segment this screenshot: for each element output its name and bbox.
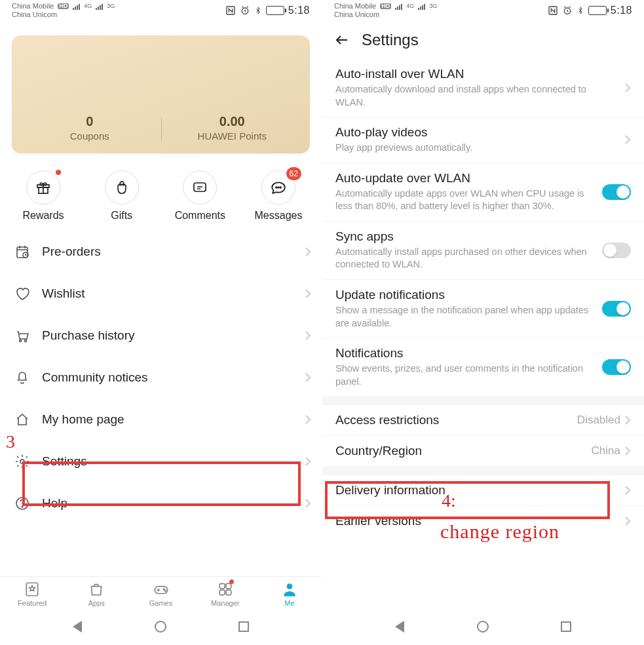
status-bar: China Mobile HD 4G 3G China Unicom 5:18 (0, 0, 322, 21)
tab-apps[interactable]: Apps (64, 581, 128, 607)
chevron-right-icon (624, 516, 631, 526)
nav-home[interactable] (155, 621, 166, 633)
tab-me[interactable]: Me (257, 581, 322, 607)
chevron-right-icon (305, 372, 311, 383)
me-screen: China Mobile HD 4G 3G China Unicom 5:18 … (0, 0, 322, 645)
comment-icon (192, 180, 208, 195)
setting-access-restrictions[interactable]: Access restrictions Disabled (322, 405, 644, 436)
svg-point-23 (287, 583, 293, 589)
setting-country-region[interactable]: Country/Region China (322, 436, 644, 466)
chevron-right-icon (624, 134, 631, 145)
toggle-notifications[interactable] (602, 359, 631, 375)
signal-icon (395, 3, 402, 10)
access-restrictions-value: Disabled (577, 414, 620, 427)
hd-badge: HD (380, 3, 391, 9)
nav-recent[interactable] (238, 621, 249, 632)
clock-time: 5:18 (288, 5, 310, 16)
calendar-icon (14, 244, 30, 260)
battery-icon (266, 6, 284, 15)
carrier-1: China Mobile (334, 3, 376, 10)
svg-point-18 (164, 590, 166, 591)
svg-rect-20 (226, 583, 231, 589)
comments-button[interactable]: Comments (171, 170, 229, 222)
chevron-right-icon (624, 415, 631, 425)
hd-badge: HD (58, 3, 69, 9)
bluetooth-icon (577, 5, 584, 16)
signal-icon (73, 3, 80, 10)
setting-auto-install-wlan[interactable]: Auto-install over WLAN Automatically dow… (322, 59, 644, 117)
nav-back[interactable] (73, 621, 82, 633)
svg-rect-21 (219, 590, 225, 595)
annotation-step-3: 3 (6, 431, 15, 452)
net-4g: 4G (406, 3, 414, 9)
messages-button[interactable]: 62 Messages (250, 170, 307, 222)
chevron-right-icon (305, 456, 311, 467)
net-3g: 3G (107, 3, 115, 9)
setting-auto-play-videos[interactable]: Auto-play videos Play app previews autom… (322, 117, 644, 163)
star-page-icon (24, 581, 41, 598)
tab-manager[interactable]: Manager (193, 581, 257, 607)
annotation-change-region: change region (440, 520, 559, 543)
cart-icon (14, 328, 30, 343)
svg-point-14 (22, 506, 23, 507)
tab-featured[interactable]: Featured (0, 581, 64, 607)
tab-games[interactable]: Games (128, 581, 193, 607)
nav-back[interactable] (395, 621, 404, 633)
menu-community-notices[interactable]: Community notices (0, 357, 322, 399)
setting-sync-apps[interactable]: Sync apps Automatically install apps pur… (322, 222, 644, 280)
android-nav-bar (322, 608, 644, 645)
nav-home[interactable] (477, 621, 489, 633)
svg-point-6 (278, 187, 279, 188)
android-nav-bar (0, 608, 322, 645)
menu-preorders[interactable]: Pre-orders (0, 231, 322, 273)
nfc-icon (225, 5, 236, 16)
annotation-highlight-country (325, 481, 610, 519)
bag-icon (114, 180, 130, 195)
chevron-right-icon (305, 498, 311, 509)
messages-badge: 62 (286, 167, 301, 180)
coupons-stat[interactable]: 0 Coupons (18, 110, 161, 148)
toggle-sync-apps[interactable] (602, 243, 631, 258)
gift-icon (35, 180, 51, 195)
alarm-icon (240, 5, 250, 16)
svg-point-11 (25, 340, 27, 342)
person-icon (281, 581, 298, 598)
heart-icon (14, 286, 30, 302)
coupons-value: 0 (18, 114, 161, 129)
net-4g: 4G (84, 3, 92, 9)
chevron-right-icon (305, 288, 311, 299)
svg-point-17 (163, 589, 164, 590)
nav-recent[interactable] (561, 621, 571, 632)
net-3g: 3G (429, 3, 437, 9)
svg-point-10 (20, 340, 22, 342)
menu-my-home-page[interactable]: My home page (0, 399, 322, 440)
menu-purchase-history[interactable]: Purchase history (0, 315, 322, 357)
setting-update-notifications[interactable]: Update notifications Show a message in t… (322, 280, 644, 338)
points-value: 0.00 (161, 114, 304, 129)
chevron-right-icon (305, 330, 311, 341)
bell-icon (14, 370, 30, 385)
setting-auto-update-wlan[interactable]: Auto-update over WLAN Automatically upda… (322, 163, 644, 222)
profile-card[interactable]: 0 Coupons 0.00 HUAWEI Points (12, 35, 310, 153)
rewards-button[interactable]: Rewards (14, 170, 72, 222)
toggle-auto-update[interactable] (602, 184, 631, 200)
page-header: Settings (322, 21, 644, 59)
points-stat[interactable]: 0.00 HUAWEI Points (161, 110, 304, 148)
signal-icon-2 (418, 3, 425, 10)
gifts-button[interactable]: Gifts (93, 170, 151, 222)
carrier-2: China Unicom (334, 11, 437, 18)
svg-point-5 (276, 187, 277, 188)
annotation-highlight-settings (22, 461, 301, 506)
chevron-right-icon (624, 485, 631, 496)
bag-icon (88, 581, 105, 598)
svg-point-7 (280, 187, 281, 188)
chevron-right-icon (305, 246, 311, 257)
back-arrow-icon[interactable] (334, 32, 350, 48)
carrier-2: China Unicom (12, 11, 115, 18)
toggle-update-notifications[interactable] (602, 301, 631, 317)
menu-wishlist[interactable]: Wishlist (0, 273, 322, 315)
setting-notifications[interactable]: Notifications Show events, prizes, and u… (322, 338, 644, 396)
chat-icon (270, 179, 287, 196)
gamepad-icon (152, 581, 170, 598)
bluetooth-icon (254, 5, 262, 16)
